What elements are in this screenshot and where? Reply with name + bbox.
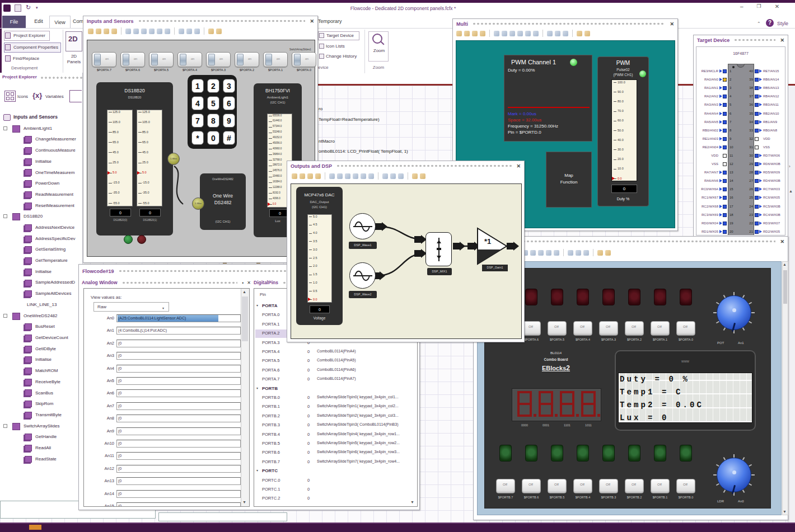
svg-text:*1: *1	[484, 237, 491, 246]
